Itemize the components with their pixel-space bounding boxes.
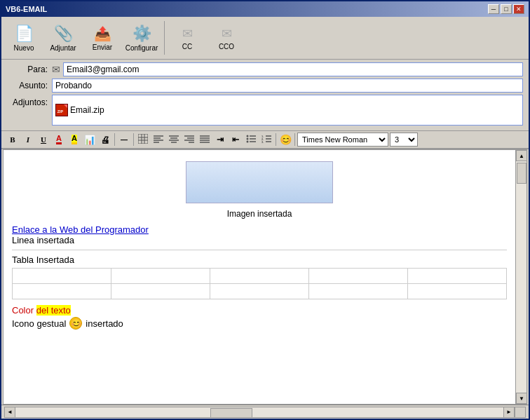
cc-label: CC — [182, 43, 192, 50]
cc-icon: ✉ — [182, 26, 193, 41]
table-cell — [408, 269, 507, 284]
italic-button[interactable]: I — [21, 133, 35, 147]
icon-line-before: Icono gestual — [12, 318, 66, 329]
inserted-image — [186, 161, 333, 203]
chart-button[interactable]: 📊 — [83, 133, 97, 147]
scroll-track — [516, 161, 526, 393]
align-left-icon — [154, 135, 163, 144]
indent-less-button[interactable]: ⇤ — [229, 133, 243, 147]
minimize-button[interactable]: ─ — [488, 4, 499, 14]
table-row — [13, 284, 507, 299]
number-list-icon: 1. 2. 3. — [261, 135, 271, 144]
status-bar: ◄ ► — [1, 405, 529, 419]
main-toolbar: 📄 Nuevo 📎 Adjuntar 📤 Enviar ⚙️ Configura… — [1, 17, 529, 60]
svg-rect-3 — [138, 134, 148, 144]
icon-line: Icono gestual insertado — [12, 317, 507, 330]
vertical-scrollbar: ▲ ▼ — [515, 150, 526, 404]
table-cell — [111, 284, 210, 299]
nuevo-label: Nuevo — [14, 44, 34, 52]
table-cell — [309, 269, 408, 284]
scroll-up-button[interactable]: ▲ — [516, 150, 527, 161]
configurar-icon: ⚙️ — [132, 25, 151, 43]
icon-line-after: insertado — [86, 318, 123, 329]
fmt-separator-2 — [133, 133, 134, 146]
image-caption: Imagen insertada — [12, 209, 507, 219]
scroll-corner — [515, 407, 526, 418]
align-right-button[interactable] — [182, 133, 196, 147]
table-cell — [210, 269, 309, 284]
svg-text:ZIP: ZIP — [57, 109, 64, 114]
to-label: Para: — [7, 65, 52, 74]
table-cell — [13, 269, 111, 284]
align-center-button[interactable] — [167, 133, 181, 147]
scroll-h-thumb[interactable] — [210, 408, 252, 418]
align-left-button[interactable] — [151, 133, 165, 147]
fmt-separator-1 — [114, 133, 115, 146]
highlight-icon: A — [72, 135, 77, 144]
window-controls: ─ □ ✕ — [488, 4, 524, 14]
bold-button[interactable]: B — [6, 133, 20, 147]
web-link[interactable]: Enlace a la Web del Programador — [12, 224, 149, 235]
to-input[interactable] — [63, 62, 523, 76]
font-color-button[interactable]: A — [52, 133, 66, 147]
smiley-icon — [69, 317, 82, 330]
scroll-down-button[interactable]: ▼ — [516, 393, 527, 404]
main-window: VB6-EMAIL ─ □ ✕ 📄 Nuevo 📎 Adjuntar 📤 Env… — [0, 0, 530, 420]
image-block: Imagen insertada — [12, 161, 507, 219]
number-list-button[interactable]: 1. 2. 3. — [259, 133, 273, 147]
inserted-table — [12, 268, 507, 299]
highlight-button[interactable]: A — [67, 133, 81, 147]
title-bar: VB6-EMAIL ─ □ ✕ — [1, 1, 529, 17]
size-select[interactable]: 1 2 3 4 5 6 7 — [390, 133, 418, 147]
attachments-label: Adjuntos: — [7, 95, 52, 107]
close-button[interactable]: ✕ — [513, 4, 524, 14]
indent-more-button[interactable]: ⇥ — [213, 133, 227, 147]
adjuntar-icon: 📎 — [54, 25, 73, 43]
horizontal-line-button[interactable]: — — [117, 133, 131, 147]
window-title: VB6-EMAIL — [6, 5, 47, 13]
cc-button[interactable]: ✉ CC — [169, 20, 205, 56]
adjuntar-label: Adjuntar — [50, 44, 76, 52]
subject-input[interactable] — [52, 79, 523, 93]
table-button[interactable] — [136, 133, 150, 147]
email-form: Para: ✉ Asunto: Adjuntos: ZIP — [1, 60, 529, 130]
enviar-button[interactable]: 📤 Enviar — [84, 20, 121, 56]
line-inserted-text: Linea insertada — [12, 235, 74, 245]
nuevo-icon: 📄 — [15, 25, 34, 43]
scroll-h-track — [15, 407, 503, 418]
adjuntar-button[interactable]: 📎 Adjuntar — [45, 20, 81, 56]
justify-button[interactable] — [198, 133, 212, 147]
table-row — [13, 269, 507, 284]
font-select[interactable]: Times New Roman Arial Verdana Courier Ne… — [297, 133, 388, 147]
editor-content[interactable]: Imagen insertada Enlace a la Web del Pro… — [4, 150, 515, 404]
attachment-item: ZIP Email.zip — [55, 104, 104, 116]
underline-button[interactable]: U — [36, 133, 50, 147]
line-block: Linea insertada — [12, 235, 507, 245]
table-title-text: Tabla Insertada — [12, 255, 507, 265]
table-cell — [111, 269, 210, 284]
nuevo-button[interactable]: 📄 Nuevo — [6, 20, 42, 56]
enviar-icon: 📤 — [94, 25, 111, 42]
print-button[interactable]: 🖨 — [98, 133, 112, 147]
bullet-list-button[interactable] — [244, 133, 258, 147]
table-cell — [210, 284, 309, 299]
scroll-thumb[interactable] — [517, 163, 526, 184]
envelope-icon: ✉ — [52, 64, 60, 75]
smiley-button[interactable]: 😊 — [278, 133, 292, 147]
configurar-button[interactable]: ⚙️ Configurar — [123, 20, 160, 56]
cco-icon: ✉ — [222, 26, 232, 41]
justify-icon — [200, 135, 210, 144]
zip-file-icon: ZIP — [55, 104, 68, 116]
scroll-right-button[interactable]: ► — [503, 407, 515, 418]
svg-text:3.: 3. — [261, 140, 264, 143]
subject-row: Asunto: — [7, 79, 523, 93]
table-cell — [408, 284, 507, 299]
to-row: Para: ✉ — [7, 62, 523, 76]
maximize-button[interactable]: □ — [501, 4, 512, 14]
horizontal-scrollbar: ◄ ► — [4, 406, 515, 419]
attachments-area: ZIP Email.zip — [52, 95, 523, 126]
scroll-left-button[interactable]: ◄ — [4, 407, 15, 418]
cco-button[interactable]: ✉ CCO — [208, 20, 245, 56]
color-text-before: Color — [12, 305, 36, 316]
cco-label: CCO — [219, 43, 234, 50]
